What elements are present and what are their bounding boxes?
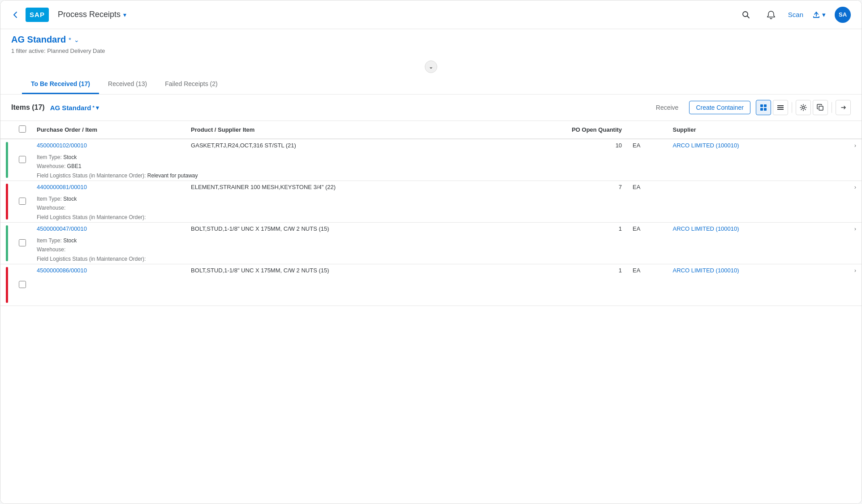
sap-logo-box: SAP bbox=[26, 8, 49, 22]
supplier-col-header: Supplier bbox=[667, 121, 834, 139]
page-title: Process Receipts ▾ bbox=[58, 10, 126, 19]
row-checkbox-cell[interactable] bbox=[13, 223, 31, 264]
product-name: BOLT,STUD,1-1/8" UNC X 175MM, C/W 2 NUTS… bbox=[185, 223, 496, 237]
page-title-dropdown-icon[interactable]: ▾ bbox=[123, 11, 126, 18]
po-number[interactable]: 4500000047/00010 bbox=[31, 223, 185, 237]
row-select-checkbox[interactable] bbox=[19, 281, 26, 288]
select-all-header[interactable] bbox=[13, 121, 31, 139]
unit-value: EA bbox=[627, 223, 667, 237]
row-select-checkbox[interactable] bbox=[19, 239, 26, 246]
svg-rect-4 bbox=[764, 108, 767, 111]
row-select-checkbox[interactable] bbox=[19, 156, 26, 163]
sap-logo: SAP bbox=[26, 8, 49, 22]
receive-button: Receive bbox=[651, 101, 684, 114]
po-link: 4500000086/00010 bbox=[37, 267, 87, 274]
collapse-button[interactable]: ⌄ bbox=[425, 60, 437, 73]
svg-rect-9 bbox=[819, 106, 823, 110]
qty-value: 7 bbox=[496, 181, 627, 195]
row-expand-button[interactable]: › bbox=[834, 223, 862, 237]
supplier-link: ARCO LIMITED (100010) bbox=[672, 142, 739, 149]
table-company-dropdown[interactable]: ▾ bbox=[96, 104, 99, 111]
supplier-value[interactable]: ARCO LIMITED (100010) bbox=[667, 139, 834, 153]
company-row: AG Standard * ⌄ bbox=[11, 34, 851, 45]
detail-cell: Item Type: Stock bbox=[31, 195, 862, 204]
list-view-button[interactable] bbox=[773, 100, 788, 115]
supplier-value[interactable]: ARCO LIMITED (100010) bbox=[667, 223, 834, 237]
svg-point-0 bbox=[743, 12, 748, 17]
table-row: 4500000047/00010 BOLT,STUD,1-1/8" UNC X … bbox=[0, 223, 862, 237]
sub-header: AG Standard * ⌄ 1 filter active: Planned… bbox=[0, 29, 862, 95]
toolbar-icon-btns bbox=[756, 100, 851, 115]
top-bar: SAP Process Receipts ▾ Scan bbox=[0, 0, 862, 29]
detail-cell bbox=[31, 278, 862, 287]
po-number[interactable]: 4500000102/00010 bbox=[31, 139, 185, 153]
row-checkbox-cell[interactable] bbox=[13, 181, 31, 223]
qty-value: 1 bbox=[496, 264, 627, 278]
tabs-row: To Be Received (17) Received (13) Failed… bbox=[11, 75, 851, 94]
avatar: SA bbox=[835, 7, 851, 23]
detail-cell: Field Logistics Status (in Maintenance O… bbox=[31, 213, 862, 223]
toolbar-divider-2 bbox=[832, 102, 832, 113]
filter-info: 1 filter active: Planned Delivery Date bbox=[11, 47, 851, 54]
copy-button[interactable] bbox=[813, 100, 828, 115]
table-row: 4400000081/00010 ELEMENT,STRAINER 100 ME… bbox=[0, 181, 862, 195]
table-title: Items (17) bbox=[11, 103, 45, 112]
table-header-row: Purchase Order / Item Product / Supplier… bbox=[0, 121, 862, 139]
table-toolbar: Items (17) AG Standard * ▾ Receive Creat… bbox=[0, 95, 862, 121]
tab-to-be-received[interactable]: To Be Received (17) bbox=[22, 75, 99, 94]
actions-col-header bbox=[834, 121, 862, 139]
detail-cell: Warehouse: bbox=[31, 204, 862, 213]
back-button[interactable] bbox=[11, 10, 20, 19]
settings-button[interactable] bbox=[796, 100, 811, 115]
po-number[interactable]: 4500000086/00010 bbox=[31, 264, 185, 278]
table-row: 4500000086/00010 BOLT,STUD,1-1/8" UNC X … bbox=[0, 264, 862, 278]
table-detail-row: Warehouse: bbox=[0, 204, 862, 213]
supplier-link: ARCO LIMITED (100010) bbox=[672, 267, 739, 274]
supplier-value[interactable]: ARCO LIMITED (100010) bbox=[667, 264, 834, 278]
row-expand-button[interactable]: › bbox=[834, 264, 862, 278]
grid-view-button[interactable] bbox=[756, 100, 771, 115]
select-all-checkbox[interactable] bbox=[19, 125, 26, 133]
product-name: BOLT,STUD,1-1/8" UNC X 175MM, C/W 2 NUTS… bbox=[185, 264, 496, 278]
tab-failed-receipts[interactable]: Failed Receipts (2) bbox=[156, 75, 227, 94]
items-table: Purchase Order / Item Product / Supplier… bbox=[0, 121, 862, 306]
svg-rect-3 bbox=[760, 108, 763, 111]
table-detail-row: Field Logistics Status (in Maintenance O… bbox=[0, 255, 862, 264]
search-button[interactable] bbox=[738, 7, 754, 23]
status-indicator bbox=[0, 139, 13, 181]
qty-value: 1 bbox=[496, 223, 627, 237]
row-expand-button[interactable]: › bbox=[834, 181, 862, 195]
row-checkbox-cell[interactable] bbox=[13, 264, 31, 306]
table-detail-row: Item Type: Stock bbox=[0, 153, 862, 162]
po-link: 4500000047/00010 bbox=[37, 225, 87, 232]
row-expand-button[interactable]: › bbox=[834, 139, 862, 153]
po-link: 4400000081/00010 bbox=[37, 184, 87, 190]
detail-cell bbox=[31, 297, 862, 306]
notification-button[interactable] bbox=[763, 7, 779, 23]
unit-value: EA bbox=[627, 139, 667, 153]
table-detail-row bbox=[0, 278, 862, 287]
svg-rect-1 bbox=[760, 104, 763, 107]
tab-received[interactable]: Received (13) bbox=[99, 75, 156, 94]
toolbar-divider bbox=[792, 102, 792, 113]
table-detail-row: Field Logistics Status (in Maintenance O… bbox=[0, 172, 862, 181]
unit-col-header bbox=[627, 121, 667, 139]
company-name: AG Standard bbox=[11, 34, 66, 45]
table-company: AG Standard * ▾ bbox=[50, 104, 99, 112]
table-detail-row: Item Type: Stock bbox=[0, 237, 862, 246]
row-checkbox-cell[interactable] bbox=[13, 139, 31, 181]
table-section: Items (17) AG Standard * ▾ Receive Creat… bbox=[0, 95, 862, 504]
table-container: Purchase Order / Item Product / Supplier… bbox=[0, 121, 862, 504]
more-options-button[interactable] bbox=[836, 100, 851, 115]
export-button[interactable]: ▾ bbox=[812, 11, 826, 19]
po-number[interactable]: 4400000081/00010 bbox=[31, 181, 185, 195]
row-select-checkbox[interactable] bbox=[19, 198, 26, 205]
company-dropdown-icon[interactable]: ⌄ bbox=[74, 36, 79, 43]
scan-button[interactable]: Scan bbox=[788, 11, 803, 18]
detail-cell: Warehouse: bbox=[31, 246, 862, 254]
table-detail-row: Item Type: Stock bbox=[0, 195, 862, 204]
create-container-button[interactable]: Create Container bbox=[689, 101, 750, 114]
detail-cell bbox=[31, 287, 862, 296]
table-detail-row: Warehouse: GBE1 bbox=[0, 162, 862, 171]
product-name: ELEMENT,STRAINER 100 MESH,KEYSTONE 3/4" … bbox=[185, 181, 496, 195]
